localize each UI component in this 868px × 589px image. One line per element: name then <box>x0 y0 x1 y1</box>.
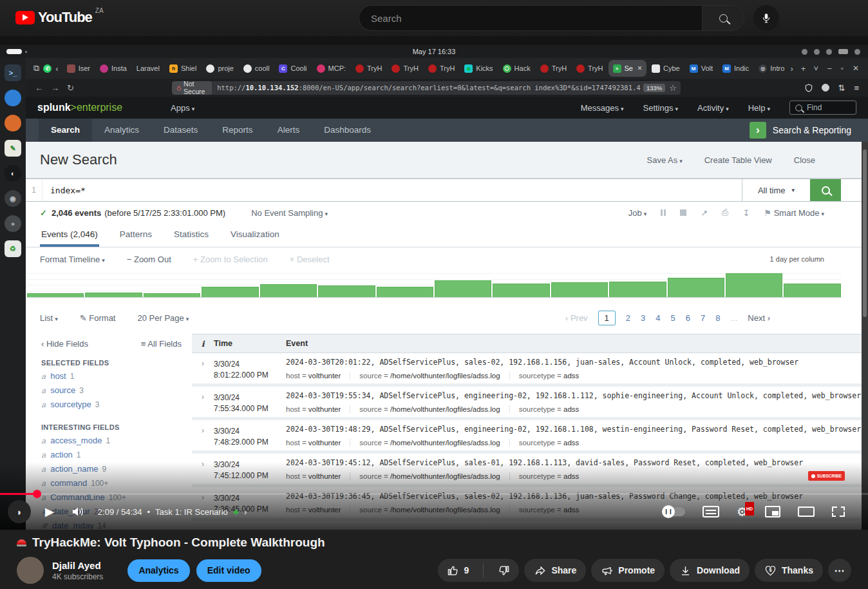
firefox-dev-icon[interactable] <box>5 115 21 131</box>
browser-tab[interactable]: TryH <box>351 60 386 77</box>
tab-archive-icon[interactable]: ⧉ <box>33 63 39 73</box>
timeline-bar[interactable] <box>27 293 84 297</box>
event-sourcetype[interactable]: sourcetype = adss <box>509 372 589 380</box>
voice-search-button[interactable] <box>753 5 779 31</box>
browser-tab[interactable]: proje <box>202 60 238 77</box>
nav-datasets[interactable]: Datasets <box>151 119 210 142</box>
browser-tab[interactable]: MIndic <box>718 60 753 77</box>
nav-search[interactable]: Search <box>39 119 92 142</box>
event-raw-text[interactable]: 2024-03-30T19:48:29, ADSelfServicePlus, … <box>286 425 863 434</box>
video-progress-bar[interactable] <box>0 493 868 495</box>
event-host[interactable]: host = volthunter <box>286 372 350 380</box>
dislike-button[interactable] <box>489 559 519 582</box>
progress-scrubber[interactable] <box>33 490 41 498</box>
play-button[interactable]: ▶ <box>45 505 54 519</box>
tab-list-dropdown-icon[interactable]: ˅ <box>813 64 818 73</box>
timeline-bar[interactable] <box>551 282 608 297</box>
browser-tab[interactable]: TryH <box>387 60 422 77</box>
event-sampling-menu[interactable]: No Event Sampling▾ <box>251 208 328 218</box>
event-source[interactable]: source = /home/volthunter/logfiles/adss.… <box>350 372 509 380</box>
miniplayer-button[interactable] <box>765 506 780 517</box>
splunk-logo[interactable]: splunk>enterprise <box>37 102 122 113</box>
field-access_mode[interactable]: aaccess_mode1 <box>41 436 192 445</box>
tab-scroll-right-icon[interactable]: › <box>790 64 793 73</box>
account-icon[interactable] <box>822 84 829 92</box>
download-button[interactable]: Download <box>670 559 750 582</box>
page-scrollbar[interactable] <box>862 142 868 530</box>
run-search-button[interactable] <box>810 179 841 201</box>
browser-tab[interactable]: TryH <box>536 60 571 77</box>
camera-icon[interactable]: ◉ <box>5 190 21 207</box>
tab-scroll-left-icon[interactable]: ‹ <box>55 64 58 73</box>
event-host[interactable]: host = volthunter <box>286 405 350 413</box>
page-1[interactable]: 1 <box>598 311 616 325</box>
expand-event-icon[interactable]: › <box>192 420 214 450</box>
search-button[interactable] <box>702 5 744 31</box>
chapter-chevron-icon[interactable]: › <box>244 507 247 517</box>
not-secure-badge[interactable]: Not Secure <box>172 81 212 95</box>
field-action_name[interactable]: aaction_name9 <box>41 464 192 474</box>
event-timeline-chart[interactable] <box>27 273 841 298</box>
reload-button[interactable]: ↻ <box>67 83 74 93</box>
chapter-title[interactable]: Task 1: IR Scenario <box>155 507 228 517</box>
browser-tab[interactable]: Insta <box>95 60 131 77</box>
channel-avatar[interactable] <box>17 557 44 584</box>
field-sourcetype[interactable]: asourcetype3 <box>41 400 192 409</box>
close-link[interactable]: Close <box>794 155 815 165</box>
timeline-bar[interactable] <box>435 280 491 297</box>
nav-analytics[interactable]: Analytics <box>92 119 151 142</box>
activity-menu[interactable]: Activity▾ <box>697 103 729 113</box>
autoplay-toggle[interactable] <box>663 507 685 516</box>
subscribe-watermark[interactable]: SUBSCRIBE <box>808 471 845 481</box>
new-tab-button[interactable]: + <box>801 64 806 73</box>
field-host[interactable]: ahost1 <box>41 371 192 381</box>
event-raw-text[interactable]: 2024-03-30T19:55:34, ADSelfServicePlus, … <box>286 391 863 400</box>
hide-fields-button[interactable]: ‹ Hide Fields <box>41 339 88 349</box>
page-3[interactable]: 3 <box>641 313 645 323</box>
browser-tab[interactable]: MCP: <box>312 60 351 77</box>
event-source[interactable]: source = /home/volthunter/logfiles/adss.… <box>350 439 509 447</box>
more-actions-button[interactable]: ⋯ <box>828 559 851 582</box>
share-button[interactable]: Share <box>524 559 586 582</box>
pause-job-icon[interactable] <box>661 209 666 216</box>
tab-events[interactable]: Events (2,046) <box>40 224 99 247</box>
print-icon[interactable]: ⎙ <box>722 208 728 218</box>
analytics-button[interactable]: Analytics <box>127 559 189 582</box>
event-host[interactable]: host = volthunter <box>286 472 350 480</box>
terminal-icon[interactable]: >_ <box>5 64 21 81</box>
event-source[interactable]: source = /home/volthunter/logfiles/adss.… <box>350 472 509 480</box>
per-page-menu[interactable]: 20 Per Page▾ <box>137 313 189 323</box>
browser-tab[interactable]: ◎Intro <box>754 60 786 77</box>
back-button[interactable]: ← <box>35 83 43 93</box>
event-raw-text[interactable]: 2024-03-30T19:45:12, ADSelfServicePlus, … <box>286 458 863 467</box>
like-button[interactable]: 9 <box>438 559 478 582</box>
settings-button[interactable]: ⚙HD <box>737 506 748 518</box>
format-menu[interactable]: ✎ Format <box>80 313 116 323</box>
tab-visualization[interactable]: Visualization <box>229 224 281 247</box>
window-maximize-button[interactable]: ▫ <box>841 64 844 73</box>
browser-tab[interactable]: Iser <box>62 60 95 77</box>
edit-video-button[interactable]: Edit video <box>196 559 261 582</box>
create-table-view-link[interactable]: Create Table View <box>704 155 772 165</box>
channel-watermark[interactable]: ◗ <box>8 500 31 523</box>
spiral-icon[interactable]: ◐ <box>5 165 21 182</box>
page-7[interactable]: 7 <box>701 313 705 323</box>
expand-event-icon[interactable]: › <box>192 454 214 484</box>
shield-icon[interactable] <box>805 84 813 92</box>
col-time[interactable]: Time <box>214 339 286 348</box>
browser-tab[interactable]: fiShiel <box>165 60 201 77</box>
theater-mode-button[interactable] <box>798 507 815 517</box>
field-command[interactable]: acommand100+ <box>41 478 192 488</box>
forward-button[interactable]: → <box>51 83 59 93</box>
bookmark-star-icon[interactable]: ☆ <box>669 83 677 93</box>
page-2[interactable]: 2 <box>626 313 630 323</box>
page-4[interactable]: 4 <box>656 313 660 323</box>
export-icon[interactable]: ↧ <box>742 208 750 218</box>
timeline-bar[interactable] <box>493 284 549 297</box>
expand-event-icon[interactable]: › <box>192 353 214 383</box>
page-6[interactable]: 6 <box>686 313 690 323</box>
timeline-bar[interactable] <box>202 287 258 297</box>
tab-patterns[interactable]: Patterns <box>118 224 153 247</box>
field-action[interactable]: aaction1 <box>41 450 192 459</box>
youtube-logo[interactable]: YouTube ZA <box>15 9 104 26</box>
